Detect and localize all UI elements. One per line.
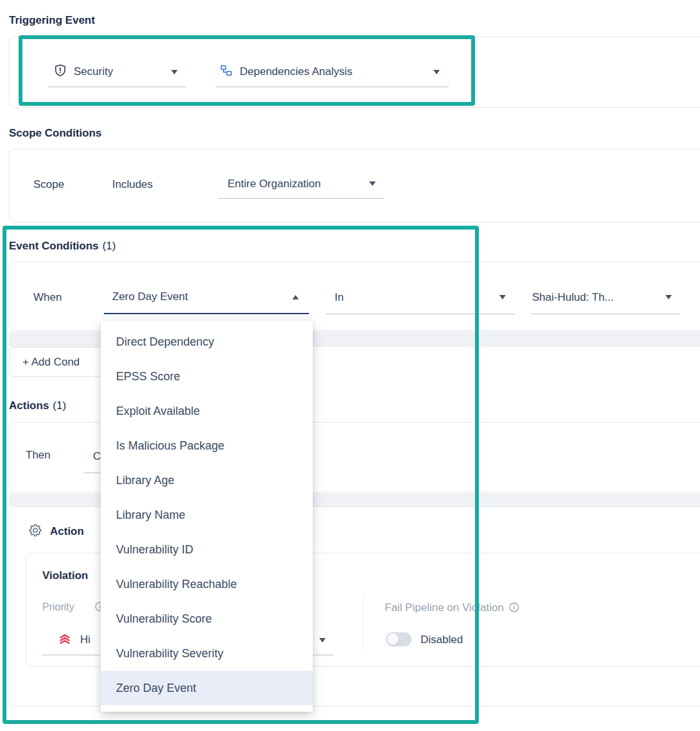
scope-value-select[interactable]: Entire Organization xyxy=(218,169,383,199)
fail-pipeline-label-row: Fail Pipeline on Violation xyxy=(385,601,519,614)
dropdown-menu-item[interactable]: Library Name xyxy=(101,498,313,532)
event-type-select[interactable]: Security xyxy=(48,57,187,87)
fail-pipeline-toggle-label: Disabled xyxy=(421,634,463,645)
action-settings-header: Action xyxy=(50,526,84,537)
condition-operator-select[interactable]: In xyxy=(326,281,515,314)
dropdown-menu-item[interactable]: Is Malicious Package xyxy=(101,428,313,463)
scope-conditions-title: Scope Conditions xyxy=(9,127,102,140)
actions-count: (1) xyxy=(53,399,66,412)
event-conditions-count: (1) xyxy=(103,240,116,253)
condition-operator-select-value: In xyxy=(335,291,499,304)
info-icon[interactable] xyxy=(509,602,519,614)
violation-card-title: Violation xyxy=(42,570,88,581)
dropdown-menu-item[interactable]: Vulnerability Reachable xyxy=(101,567,313,601)
violation-card-divider xyxy=(363,595,363,650)
toggle-knob xyxy=(387,634,399,645)
scan-type-select[interactable]: Dependencies Analysis xyxy=(215,57,449,87)
dropdown-menu-item[interactable]: Zero Day Event xyxy=(101,671,313,705)
chevron-down-icon xyxy=(665,295,672,299)
scope-conditions-title-text: Scope Conditions xyxy=(9,127,102,140)
priority-high-icon xyxy=(58,633,72,648)
when-label: When xyxy=(33,292,62,303)
dropdown-menu-item[interactable]: Vulnerability ID xyxy=(101,532,313,567)
chevron-down-icon xyxy=(369,181,376,186)
dropdown-menu-item[interactable]: Vulnerability Score xyxy=(101,601,313,636)
actions-title-text: Actions xyxy=(9,399,49,412)
fail-pipeline-label: Fail Pipeline on Violation xyxy=(385,602,504,613)
fail-pipeline-toggle[interactable] xyxy=(386,632,412,646)
event-conditions-title: Event Conditions (1) xyxy=(9,240,116,253)
dropdown-menu-item[interactable]: Direct Dependency xyxy=(101,324,313,359)
chevron-down-icon xyxy=(171,70,178,74)
gear-icon xyxy=(28,523,42,540)
chevron-down-icon xyxy=(319,638,326,643)
scope-value-select-value: Entire Organization xyxy=(228,178,369,190)
condition-type-select[interactable]: Zero Day Event xyxy=(104,281,309,314)
condition-value-select-value: Shai-Hulud: Th... xyxy=(532,291,665,304)
event-type-select-value: Security xyxy=(74,65,171,78)
scope-label: Scope xyxy=(33,179,64,190)
priority-label: Priority xyxy=(42,602,74,612)
chevron-down-icon xyxy=(499,295,506,299)
dropdown-menu-item[interactable]: Library Age xyxy=(101,463,313,498)
triggering-event-title: Triggering Event xyxy=(9,14,95,27)
chevron-down-icon xyxy=(433,70,440,74)
event-conditions-title-text: Event Conditions xyxy=(9,240,99,253)
dependencies-icon xyxy=(221,65,232,80)
triggering-event-title-text: Triggering Event xyxy=(9,14,95,27)
chevron-up-icon xyxy=(292,295,299,299)
add-condition-button-label: + Add Cond xyxy=(22,356,79,369)
dropdown-menu-item[interactable]: Exploit Available xyxy=(101,394,313,428)
condition-type-dropdown-menu: Direct DependencyEPSS ScoreExploit Avail… xyxy=(101,321,313,712)
then-label: Then xyxy=(26,450,51,460)
shield-exclamation-icon xyxy=(54,64,66,80)
actions-title: Actions (1) xyxy=(9,399,66,412)
condition-type-select-value: Zero Day Event xyxy=(112,290,292,303)
dropdown-menu-item[interactable]: Vulnerability Severity xyxy=(101,636,313,671)
scope-operator-label: Includes xyxy=(112,179,153,190)
scan-type-select-value: Dependencies Analysis xyxy=(240,65,433,78)
dropdown-menu-item[interactable]: EPSS Score xyxy=(101,359,313,394)
condition-value-select[interactable]: Shai-Hulud: Th... xyxy=(531,281,679,314)
